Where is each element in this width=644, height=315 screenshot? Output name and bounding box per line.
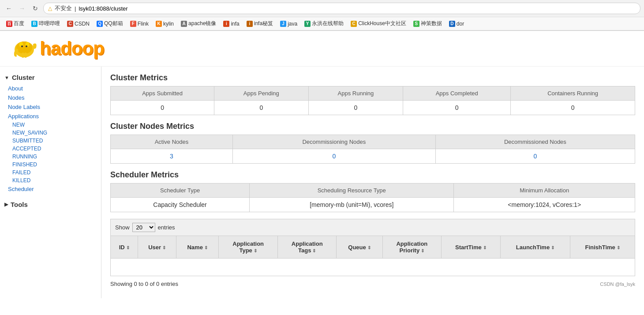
apps-table-header[interactable]: ApplicationType⇕ bbox=[219, 236, 278, 259]
bookmark-item[interactable]: Y永洪在线帮助 bbox=[302, 19, 346, 28]
svg-point-7 bbox=[24, 52, 27, 58]
bookmark-item[interactable]: Jjava bbox=[277, 20, 300, 28]
cluster-metrics-table: Apps SubmittedApps PendingApps RunningAp… bbox=[110, 86, 635, 115]
bookmark-label: infa bbox=[231, 21, 239, 27]
empty-cell bbox=[111, 259, 635, 276]
cluster-metrics-value: 0 bbox=[308, 101, 403, 115]
sidebar-item-nodes[interactable]: Nodes bbox=[0, 93, 101, 102]
bookmark-label: 哔哩哔哩 bbox=[39, 20, 60, 27]
cluster-metrics-value: 0 bbox=[214, 101, 308, 115]
bookmark-item[interactable]: Ddor bbox=[446, 20, 467, 28]
scheduler-metrics-table: Scheduler TypeScheduling Resource TypeMi… bbox=[110, 183, 635, 212]
sidebar-item-about[interactable]: About bbox=[0, 84, 101, 93]
empty-row bbox=[111, 259, 635, 276]
sidebar-item-running[interactable]: RUNNING bbox=[0, 153, 101, 161]
bookmark-label: QQ邮箱 bbox=[104, 20, 123, 27]
tools-label: Tools bbox=[11, 201, 28, 208]
main-content: Cluster Metrics Apps SubmittedApps Pendi… bbox=[101, 67, 644, 298]
sidebar-item-finished[interactable]: FINISHED bbox=[0, 161, 101, 169]
sort-icon: ⇕ bbox=[254, 248, 257, 253]
separator: | bbox=[75, 5, 76, 12]
bookmarks-bar: 百百度B哔哩哔哩CCSDNQQQ邮箱FFlinkKkylinAapache镜像i… bbox=[0, 17, 644, 30]
cluster-nodes-metrics-title: Cluster Nodes Metrics bbox=[110, 122, 635, 131]
cluster-metrics-title: Cluster Metrics bbox=[110, 73, 635, 82]
bookmark-item[interactable]: FFlink bbox=[127, 20, 151, 28]
cluster-label: Cluster bbox=[12, 74, 35, 81]
sort-icon: ⇕ bbox=[126, 245, 130, 250]
sidebar-item-failed[interactable]: FAILED bbox=[0, 169, 101, 176]
sidebar-item-applications[interactable]: Applications bbox=[0, 112, 101, 121]
cluster-nodes-value[interactable]: 3 bbox=[111, 149, 233, 164]
bookmark-item[interactable]: QQQ邮箱 bbox=[94, 19, 126, 28]
bookmark-label: dor bbox=[457, 21, 464, 27]
apps-table-header[interactable]: StartTime⇕ bbox=[442, 236, 500, 259]
forward-button[interactable]: → bbox=[17, 3, 27, 14]
sort-icon: ⇕ bbox=[551, 245, 554, 250]
apps-table-header[interactable]: Name⇕ bbox=[176, 236, 218, 259]
sidebar-item-submitted[interactable]: SUBMITTED bbox=[0, 137, 101, 145]
apps-table-header[interactable]: ApplicationPriority⇕ bbox=[382, 236, 442, 259]
scheduler-header: Minimum Allocation bbox=[454, 184, 635, 198]
bookmark-item[interactable]: S神策数据 bbox=[411, 19, 445, 28]
bookmark-item[interactable]: Aapache镜像 bbox=[178, 19, 219, 28]
apps-table-header[interactable]: ID⇕ bbox=[111, 236, 138, 259]
apps-table-header[interactable]: Queue⇕ bbox=[337, 236, 382, 259]
url-input[interactable] bbox=[79, 5, 636, 12]
sidebar-item-node-labels[interactable]: Node Labels bbox=[0, 102, 101, 112]
svg-point-1 bbox=[16, 41, 32, 54]
apps-table-header[interactable]: LaunchTime⇕ bbox=[500, 236, 570, 259]
bookmark-item[interactable]: CClickHouse中文社区 bbox=[348, 19, 409, 28]
cluster-metrics-value: 0 bbox=[111, 101, 214, 115]
tools-section: ▶ Tools bbox=[0, 198, 101, 211]
sort-icon: ⇕ bbox=[617, 245, 620, 250]
footer-info: Showing 0 to 0 of 0 entries CSDN @fa_lsy… bbox=[110, 276, 635, 292]
tools-section-header[interactable]: ▶ Tools bbox=[0, 198, 101, 211]
sort-icon: ⇕ bbox=[367, 245, 371, 250]
applications-table: ID⇕User⇕Name⇕ApplicationType⇕Application… bbox=[110, 236, 635, 276]
browser-nav: ← → ↻ △ 不安全 | bbox=[0, 0, 644, 17]
bookmark-label: CSDN bbox=[75, 21, 90, 27]
sidebar-item-accepted[interactable]: ACCEPTED bbox=[0, 145, 101, 153]
bookmark-item[interactable]: iinfa秘笈 bbox=[244, 19, 276, 28]
cluster-nodes-header: Decommissioned Nodes bbox=[435, 135, 635, 149]
bookmark-label: 永洪在线帮助 bbox=[312, 20, 344, 27]
scheduler-header: Scheduler Type bbox=[111, 184, 250, 198]
bookmark-item[interactable]: CCSDN bbox=[64, 20, 92, 28]
tools-arrow: ▶ bbox=[4, 202, 8, 207]
sidebar-item-new-saving[interactable]: NEW_SAVING bbox=[0, 129, 101, 137]
sidebar-item-new[interactable]: NEW bbox=[0, 121, 101, 129]
hadoop-logo-text: hadoop bbox=[40, 38, 104, 59]
show-label: Show bbox=[115, 224, 130, 231]
back-button[interactable]: ← bbox=[4, 3, 14, 14]
bookmark-label: apache镜像 bbox=[188, 20, 216, 27]
sort-icon: ⇕ bbox=[162, 245, 166, 250]
reload-button[interactable]: ↻ bbox=[30, 3, 41, 14]
entries-select[interactable]: 102050100 bbox=[132, 223, 155, 232]
cluster-arrow: ▼ bbox=[4, 75, 9, 80]
security-warning-text: 不安全 bbox=[55, 4, 72, 12]
sidebar-item-scheduler[interactable]: Scheduler bbox=[0, 184, 101, 194]
bookmark-item[interactable]: iinfa bbox=[221, 20, 242, 28]
sidebar-item-killed[interactable]: KILLED bbox=[0, 176, 101, 184]
sort-icon: ⇕ bbox=[312, 248, 316, 253]
apps-table-header[interactable]: User⇕ bbox=[138, 236, 176, 259]
scheduler-metrics-title: Scheduler Metrics bbox=[110, 170, 635, 180]
apps-table-header[interactable]: ApplicationTags⇕ bbox=[277, 236, 337, 259]
scheduler-value: Capacity Scheduler bbox=[111, 198, 250, 212]
entries-label: entries bbox=[158, 224, 175, 231]
content-wrapper: ▼ Cluster About Nodes Node Labels Applic… bbox=[0, 67, 644, 298]
cluster-nodes-header: Active Nodes bbox=[111, 135, 233, 149]
sort-icon: ⇕ bbox=[421, 248, 424, 253]
cluster-nodes-value: 0 bbox=[232, 149, 435, 164]
bookmark-item[interactable]: 百百度 bbox=[4, 19, 27, 28]
bookmark-item[interactable]: B哔哩哔哩 bbox=[29, 19, 63, 28]
bookmark-item[interactable]: Kkylin bbox=[153, 20, 176, 28]
sort-icon: ⇕ bbox=[483, 245, 487, 250]
cluster-section-header[interactable]: ▼ Cluster bbox=[0, 71, 101, 84]
svg-point-9 bbox=[26, 45, 27, 47]
bookmark-label: ClickHouse中文社区 bbox=[358, 20, 406, 27]
scheduler-value: [memory-mb (unit=Mi), vcores] bbox=[250, 198, 454, 212]
bookmark-label: 神策数据 bbox=[421, 20, 442, 27]
apps-table-header[interactable]: FinishTime⇕ bbox=[570, 236, 635, 259]
browser-chrome: ← → ↻ △ 不安全 | 百百度B哔哩哔哩CCSDNQQQ邮箱FFlinkKk… bbox=[0, 0, 644, 31]
